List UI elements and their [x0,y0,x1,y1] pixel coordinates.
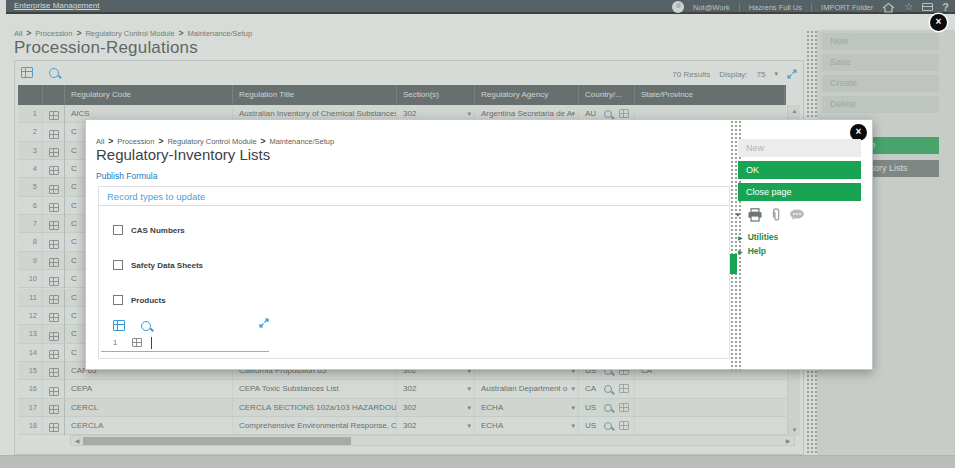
breadcrumb-item[interactable]: Maintenance/Setup [270,137,335,146]
dialog-title: Regulatory-Inventory Lists [96,146,270,163]
new-button: New [738,139,861,157]
breadcrumb-separator: > [261,136,266,146]
close-icon[interactable]: × [930,14,947,31]
regulatory-inventory-dialog: × All>Procession>Regulatory Control Modu… [85,119,873,370]
panel-indicator [730,254,737,274]
checkbox-label: Products [131,296,166,305]
row-number: 1 [113,338,117,347]
checkbox[interactable] [113,295,123,305]
breadcrumb[interactable]: All>Procession>Regulatory Control Module… [96,136,334,146]
search-icon[interactable] [141,321,151,331]
breadcrumb-item[interactable]: Procession [117,137,154,146]
table-icon[interactable] [132,338,142,347]
record-types-group: Record types to update CAS NumbersSafety… [98,186,730,359]
breadcrumb-separator: > [108,136,113,146]
checkbox-label: CAS Numbers [131,226,185,235]
chevron-right-icon: ▶ [738,248,743,255]
text-cursor [151,337,152,349]
comment-icon[interactable] [789,209,805,221]
dialog-tools: ▾ [736,208,805,222]
checkbox[interactable] [113,260,123,270]
print-icon[interactable] [747,208,763,222]
checkbox-label: Safety Data Sheets [131,261,203,270]
checkbox-row: Products [113,295,166,305]
mini-table-toolbar [113,320,151,331]
mini-table-row[interactable]: 1 [101,335,269,352]
expand-icon[interactable] [259,318,269,328]
ok-button[interactable]: OK [738,161,861,179]
breadcrumb-item[interactable]: All [96,137,104,146]
table-view-icon[interactable] [113,320,125,331]
breadcrumb-separator: > [158,136,163,146]
publish-formula-link[interactable]: Publish Formula [96,171,157,181]
group-title: Record types to update [99,187,729,206]
attachment-icon[interactable] [770,208,782,222]
dialog-close-page-button[interactable]: Close page [738,183,861,201]
checkbox-row: CAS Numbers [113,225,185,235]
breadcrumb-item[interactable]: Regulatory Control Module [167,137,256,146]
chevron-down-icon[interactable]: ▾ [736,211,740,219]
chevron-right-icon: ▶ [738,234,743,241]
help-menu[interactable]: ▶ Help [738,246,766,256]
utilities-menu[interactable]: ▶ Utilities [738,232,778,242]
checkbox-row: Safety Data Sheets [113,260,203,270]
app-window: Enterprise Management Not@Work Hazrens F… [0,0,955,468]
checkbox[interactable] [113,225,123,235]
